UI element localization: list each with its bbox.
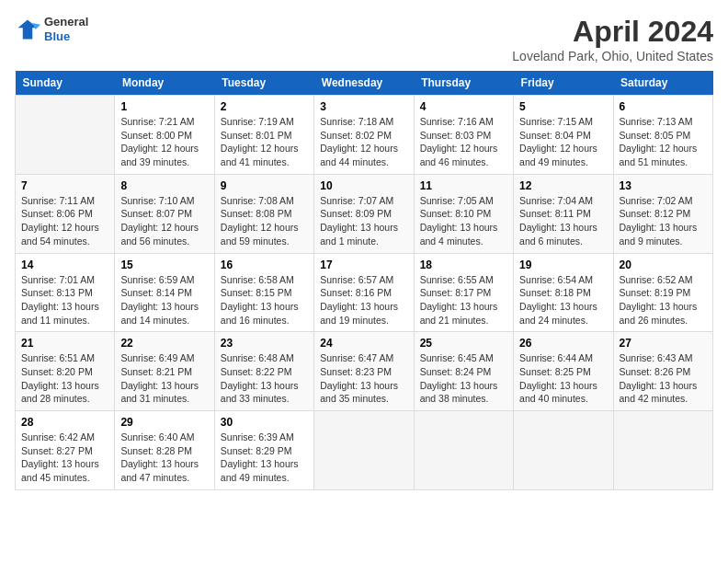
page-subtitle: Loveland Park, Ohio, United States [512,49,713,63]
calendar-cell: 14Sunrise: 7:01 AMSunset: 8:13 PMDayligh… [16,253,115,332]
calendar-cell: 5Sunrise: 7:15 AMSunset: 8:04 PMDaylight… [514,96,613,175]
calendar-cell: 6Sunrise: 7:13 AMSunset: 8:05 PMDaylight… [613,96,712,175]
day-info: Sunrise: 7:04 AMSunset: 8:11 PMDaylight:… [519,194,607,248]
logo-text: General Blue [44,15,88,43]
calendar-cell [314,411,414,490]
day-number: 18 [420,259,507,271]
calendar-cell: 13Sunrise: 7:02 AMSunset: 8:12 PMDayligh… [613,174,712,253]
day-number: 11 [420,179,507,192]
calendar-cell: 12Sunrise: 7:04 AMSunset: 8:11 PMDayligh… [514,174,613,253]
day-info: Sunrise: 6:52 AMSunset: 8:19 PMDaylight:… [620,273,707,327]
logo-icon [15,17,40,42]
day-info: Sunrise: 7:18 AMSunset: 8:02 PMDaylight:… [320,115,407,169]
day-info: Sunrise: 6:58 AMSunset: 8:15 PMDaylight:… [221,273,308,327]
day-number: 5 [519,100,607,113]
day-info: Sunrise: 7:01 AMSunset: 8:13 PMDaylight:… [21,273,108,327]
calendar-cell: 16Sunrise: 6:58 AMSunset: 8:15 PMDayligh… [214,253,313,332]
day-number: 24 [320,337,407,350]
day-info: Sunrise: 7:19 AMSunset: 8:01 PMDaylight:… [221,115,308,169]
day-number: 19 [519,259,607,271]
day-number: 27 [620,337,707,350]
logo-general: General [44,15,88,29]
calendar-cell [414,411,513,490]
logo-blue: Blue [44,29,88,44]
day-number: 20 [620,259,707,271]
day-number: 10 [320,179,407,192]
calendar-week-row: 21Sunrise: 6:51 AMSunset: 8:20 PMDayligh… [16,332,713,411]
day-info: Sunrise: 6:55 AMSunset: 8:17 PMDaylight:… [420,273,507,327]
calendar-cell: 20Sunrise: 6:52 AMSunset: 8:19 PMDayligh… [613,253,712,332]
calendar-cell: 27Sunrise: 6:43 AMSunset: 8:26 PMDayligh… [613,332,712,411]
day-number: 30 [221,416,308,429]
col-header-thursday: Thursday [414,71,513,96]
calendar-cell: 25Sunrise: 6:45 AMSunset: 8:24 PMDayligh… [414,332,513,411]
col-header-wednesday: Wednesday [314,71,414,96]
calendar-cell: 24Sunrise: 6:47 AMSunset: 8:23 PMDayligh… [314,332,414,411]
col-header-friday: Friday [514,71,613,96]
calendar-cell: 10Sunrise: 7:07 AMSunset: 8:09 PMDayligh… [314,174,414,253]
calendar-week-row: 1Sunrise: 7:21 AMSunset: 8:00 PMDaylight… [16,96,713,175]
calendar-week-row: 7Sunrise: 7:11 AMSunset: 8:06 PMDaylight… [16,174,713,253]
calendar-cell: 7Sunrise: 7:11 AMSunset: 8:06 PMDaylight… [16,174,115,253]
calendar-cell: 4Sunrise: 7:16 AMSunset: 8:03 PMDaylight… [414,96,513,175]
calendar-cell: 11Sunrise: 7:05 AMSunset: 8:10 PMDayligh… [414,174,513,253]
day-number: 21 [21,337,108,350]
day-info: Sunrise: 7:07 AMSunset: 8:09 PMDaylight:… [320,194,407,248]
day-info: Sunrise: 6:40 AMSunset: 8:28 PMDaylight:… [120,431,208,485]
day-info: Sunrise: 7:21 AMSunset: 8:00 PMDaylight:… [120,115,208,169]
day-info: Sunrise: 7:05 AMSunset: 8:10 PMDaylight:… [420,194,507,248]
col-header-saturday: Saturday [613,71,712,96]
day-info: Sunrise: 6:39 AMSunset: 8:29 PMDaylight:… [221,431,308,485]
day-number: 22 [120,337,208,350]
page-title: April 2024 [512,15,713,49]
calendar-week-row: 28Sunrise: 6:42 AMSunset: 8:27 PMDayligh… [16,411,713,490]
day-number: 26 [519,337,607,350]
calendar-cell: 30Sunrise: 6:39 AMSunset: 8:29 PMDayligh… [214,411,313,490]
calendar-cell: 1Sunrise: 7:21 AMSunset: 8:00 PMDaylight… [115,96,214,175]
calendar-cell [514,411,613,490]
day-number: 15 [120,259,208,271]
day-info: Sunrise: 6:54 AMSunset: 8:18 PMDaylight:… [519,273,607,327]
calendar-cell: 2Sunrise: 7:19 AMSunset: 8:01 PMDaylight… [214,96,313,175]
calendar-week-row: 14Sunrise: 7:01 AMSunset: 8:13 PMDayligh… [16,253,713,332]
title-area: April 2024 Loveland Park, Ohio, United S… [512,15,713,63]
day-number: 9 [221,179,308,192]
day-number: 14 [21,259,108,271]
calendar-cell: 29Sunrise: 6:40 AMSunset: 8:28 PMDayligh… [115,411,214,490]
page-header: General Blue April 2024 Loveland Park, O… [15,15,713,63]
logo: General Blue [15,15,88,43]
calendar-cell: 3Sunrise: 7:18 AMSunset: 8:02 PMDaylight… [314,96,414,175]
day-number: 2 [221,100,308,113]
calendar-cell [16,96,115,175]
day-number: 6 [620,100,707,113]
day-number: 3 [320,100,407,113]
col-header-tuesday: Tuesday [214,71,313,96]
day-number: 28 [21,416,108,429]
day-number: 8 [120,179,208,192]
day-info: Sunrise: 6:51 AMSunset: 8:20 PMDaylight:… [21,351,108,406]
day-number: 7 [21,179,108,192]
day-number: 4 [420,100,507,113]
calendar-cell: 9Sunrise: 7:08 AMSunset: 8:08 PMDaylight… [214,174,313,253]
day-number: 25 [420,337,507,350]
day-info: Sunrise: 6:44 AMSunset: 8:25 PMDaylight:… [519,351,607,406]
day-info: Sunrise: 7:15 AMSunset: 8:04 PMDaylight:… [519,115,607,169]
day-info: Sunrise: 7:16 AMSunset: 8:03 PMDaylight:… [420,115,507,169]
day-info: Sunrise: 6:49 AMSunset: 8:21 PMDaylight:… [120,351,208,406]
day-number: 29 [120,416,208,429]
day-number: 12 [519,179,607,192]
calendar-cell: 18Sunrise: 6:55 AMSunset: 8:17 PMDayligh… [414,253,513,332]
calendar-cell: 26Sunrise: 6:44 AMSunset: 8:25 PMDayligh… [514,332,613,411]
day-number: 17 [320,259,407,271]
calendar-cell [613,411,712,490]
day-number: 23 [221,337,308,350]
day-info: Sunrise: 7:13 AMSunset: 8:05 PMDaylight:… [620,115,707,169]
day-info: Sunrise: 6:57 AMSunset: 8:16 PMDaylight:… [320,273,407,327]
day-info: Sunrise: 6:45 AMSunset: 8:24 PMDaylight:… [420,351,507,406]
calendar-cell: 23Sunrise: 6:48 AMSunset: 8:22 PMDayligh… [214,332,313,411]
calendar-cell: 22Sunrise: 6:49 AMSunset: 8:21 PMDayligh… [115,332,214,411]
col-header-monday: Monday [115,71,214,96]
day-info: Sunrise: 6:43 AMSunset: 8:26 PMDaylight:… [620,351,707,406]
day-info: Sunrise: 7:11 AMSunset: 8:06 PMDaylight:… [21,194,108,248]
day-info: Sunrise: 7:08 AMSunset: 8:08 PMDaylight:… [221,194,308,248]
